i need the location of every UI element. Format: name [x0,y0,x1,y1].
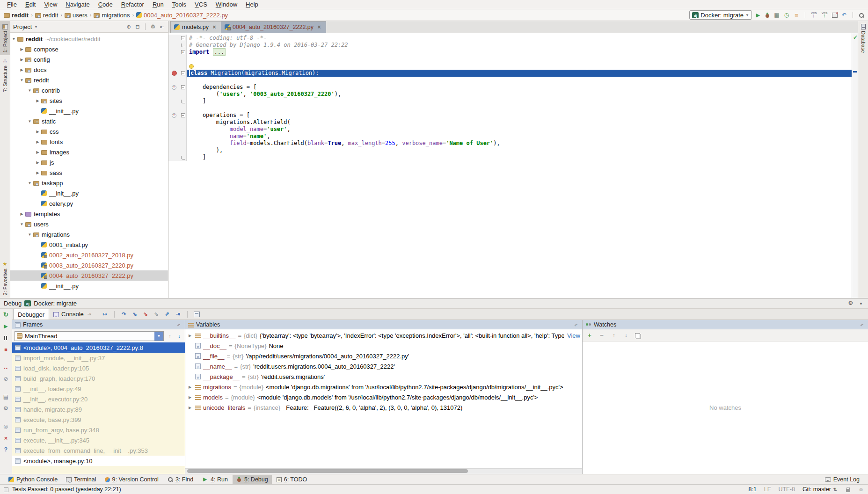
breadcrumb-item[interactable]: 0004_auto_20160327_2222.py [136,12,228,19]
tree-toggle-icon[interactable]: ▶ [34,140,41,144]
remove-icon[interactable] [598,332,605,338]
editor-tab-models-py[interactable]: models.py [170,21,221,33]
variable-row-file[interactable]: __file__ = {str}'/app/reddit/users/migra… [185,351,582,361]
tree-toggle-icon[interactable]: ▼ [18,78,25,82]
variable-row-models[interactable]: ▶models = {module}<module 'django.db.mod… [185,392,582,402]
menu-file[interactable]: File [3,0,21,9]
expand-icon[interactable]: ▶ [187,334,193,338]
toolwindow-button-debug[interactable]: 5: Debug [233,475,272,484]
code-text[interactable] [187,56,858,63]
code-text[interactable]: ('users', '0003_auto_20160327_2220'), [187,91,858,98]
frame-row[interactable]: execute, base.py:399 [12,414,185,425]
fold-gutter[interactable] [180,56,187,63]
tree-toggle-icon[interactable]: ▼ [26,119,33,124]
variable-row-doc[interactable]: __doc__ = {NoneType}None [185,341,582,351]
previous-frame-icon[interactable] [167,333,173,339]
fold-collapse-icon[interactable]: − [181,71,185,75]
tree-toggle-icon[interactable]: ▶ [34,99,41,103]
gutter-icon-area[interactable] [168,154,180,161]
menu-edit[interactable]: Edit [21,0,40,9]
show-execution-point-icon[interactable] [102,311,108,317]
tree-item-contrib[interactable]: ▼contrib [10,85,168,95]
code-text[interactable]: class Migration(migrations.Migration): [187,70,858,77]
tree-item-js[interactable]: ▶js [10,157,168,167]
frame-row[interactable]: handle, migrate.py:89 [12,404,185,414]
code-text[interactable]: model_name='user', [187,126,858,133]
help-button[interactable] [1,445,11,454]
event-log-button[interactable]: Event Log [821,475,863,484]
tree-toggle-icon[interactable]: ▼ [26,181,33,185]
variable-row-migrations[interactable]: ▶migrations = {module}<module 'django.db… [185,382,582,392]
code-text[interactable] [187,105,858,112]
tree-item-css[interactable]: ▶css [10,126,168,137]
gutter-icon-area[interactable] [168,98,180,105]
frame-row[interactable]: execute_from_command_line, __init__.py:3… [12,445,185,456]
fold-gutter[interactable] [180,154,187,161]
expand-icon[interactable]: ▶ [187,395,193,400]
frame-row[interactable]: import_module, __init__.py:37 [12,353,185,363]
fold-collapse-icon[interactable]: − [181,36,185,40]
profiler-icon[interactable] [783,12,790,18]
params-icon[interactable] [793,12,800,18]
tree-toggle-icon[interactable]: ▼ [26,232,33,237]
settings-button[interactable] [1,404,11,413]
fold-gutter[interactable] [180,77,187,84]
gutter-icon-area[interactable] [168,91,180,98]
gear-icon[interactable] [847,300,854,306]
gutter-icon-area[interactable] [168,147,180,154]
fold-gutter[interactable]: − [180,35,187,42]
up-gray-icon[interactable] [611,332,617,338]
toolwindow-button-python-console[interactable]: Python Console [5,475,61,484]
stop-button[interactable] [1,345,11,354]
gutter-icon-area[interactable] [168,63,180,70]
code-text[interactable]: migrations.AlterField( [187,119,858,126]
code-editor[interactable]: −# -*- coding: utf-8 -*-# Generated by D… [168,33,858,298]
frame-row[interactable]: execute, __init__.py:345 [12,435,185,445]
code-text[interactable] [187,77,858,84]
line-ending[interactable]: LF [764,486,771,493]
collapse-all-icon[interactable] [134,24,141,30]
fold-gutter[interactable]: − [180,112,187,119]
tree-item--init-py[interactable]: __init__.py [10,281,168,291]
toolwindow-button-terminal[interactable]: Terminal [62,475,100,484]
file-encoding[interactable]: UTF-8 [778,486,795,493]
breadcrumb-item[interactable]: reddit [4,12,29,19]
float-icon[interactable] [175,321,182,327]
gutter-icon-area[interactable] [168,112,180,119]
frame-row[interactable]: load_disk, loader.py:105 [12,363,185,373]
fold-gutter[interactable] [180,119,187,126]
code-text[interactable]: ] [187,154,858,161]
intention-bulb-icon[interactable] [189,64,194,69]
view-link[interactable]: View [567,332,580,339]
tree-item--init-py[interactable]: __init__.py [10,106,168,116]
lock-icon[interactable] [846,489,850,492]
view-breakpoints-button[interactable] [1,363,11,371]
tree-toggle-icon[interactable]: ▶ [34,130,41,134]
rerun-button[interactable] [1,310,11,319]
variable-row-unicodeliterals[interactable]: ▶unicode_literals = {instance}_Feature: … [185,402,582,413]
debug-tab-console[interactable]: Console [49,309,97,320]
editor-tab-0004-auto-20160327-2222-py[interactable]: 0004_auto_20160327_2222.py [221,21,326,33]
gutter-icon-area[interactable] [168,84,180,91]
fold-gutter[interactable] [180,98,187,105]
tree-item-0002-auto-20160327-2018-py[interactable]: 0002_auto_20160327_2018.py [10,250,168,260]
restore-layout-button[interactable] [1,392,11,401]
tree-toggle-icon[interactable]: ▼ [10,37,17,41]
evaluate-expression-icon[interactable] [194,312,200,317]
tree-item-sass[interactable]: ▶sass [10,167,168,178]
variable-row-builtins[interactable]: ▶__builtins__ = {dict}{'bytearray': <typ… [185,330,582,341]
variable-row-name[interactable]: __name__ = {str}'reddit.users.migrations… [185,361,582,371]
pause-button[interactable] [1,334,11,342]
fold-expand-icon[interactable]: + [181,50,185,54]
menu-navigate[interactable]: Navigate [61,0,94,9]
next-frame-icon[interactable] [176,333,182,339]
tree-toggle-icon[interactable]: ▶ [18,47,25,51]
caret-position[interactable]: 8:1 [748,486,756,493]
tree-item-migrations[interactable]: ▼migrations [10,229,168,240]
tree-item-sites[interactable]: ▶sites [10,95,168,106]
step-over-icon[interactable] [121,311,127,317]
tree-toggle-icon[interactable]: ▶ [34,150,41,154]
close-red-button[interactable] [1,434,11,442]
menu-code[interactable]: Code [94,0,117,9]
add-icon[interactable] [586,332,593,338]
